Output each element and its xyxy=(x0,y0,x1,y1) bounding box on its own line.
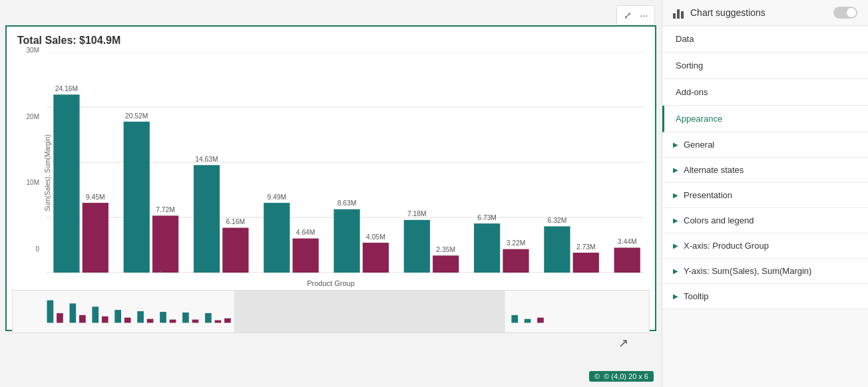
chevron-xaxis: ▶ xyxy=(673,242,678,249)
svg-rect-36 xyxy=(114,310,121,322)
svg-text:4.05M: 4.05M xyxy=(366,232,385,240)
more-options-button[interactable]: ··· xyxy=(637,9,650,22)
bar-produce-margin[interactable] xyxy=(83,203,108,273)
presentation-label: Presentation xyxy=(684,190,732,200)
svg-text:9.45M: 9.45M xyxy=(86,193,105,201)
bar-produce-sales[interactable] xyxy=(53,94,79,273)
svg-rect-39 xyxy=(147,319,154,323)
chart-container: ⤢ ··· Total Sales: $104.9M Sum(Sales), S… xyxy=(5,25,656,331)
svg-text:9.49M: 9.49M xyxy=(267,193,286,201)
svg-rect-33 xyxy=(79,315,86,323)
expand-button[interactable]: ⤢ xyxy=(621,9,634,22)
svg-text:2.73M: 2.73M xyxy=(576,242,596,250)
chevron-tooltip: ▶ xyxy=(673,293,678,300)
svg-text:6.16M: 6.16M xyxy=(226,217,246,225)
svg-rect-31 xyxy=(57,313,63,323)
cursor-indicator: ↗ xyxy=(618,336,628,350)
expandable-y-axis[interactable]: ▶ Y-axis: Sum(Sales), Sum(Margin) xyxy=(662,259,868,284)
chart-area: ⤢ ··· Total Sales: $104.9M Sum(Sales), S… xyxy=(0,0,662,387)
svg-text:2.35M: 2.35M xyxy=(436,245,455,253)
bar-chart-wrapper: Sum(Sales), Sum(Margin) 24.16M 9.45M xyxy=(7,47,655,299)
chart-suggestions-toggle[interactable] xyxy=(833,7,857,19)
svg-text:3.44M: 3.44M xyxy=(618,237,637,245)
nav-addons[interactable]: Add-ons xyxy=(662,79,868,106)
bar-deli-margin[interactable] xyxy=(222,228,248,273)
chevron-colors: ▶ xyxy=(673,217,678,224)
right-panel: Chart suggestions Data Sorting Add-ons A… xyxy=(662,0,868,387)
expandable-x-axis[interactable]: ▶ X-axis: Product Group xyxy=(662,233,868,259)
expandable-alternate-states[interactable]: ▶ Alternate states xyxy=(662,158,868,183)
chart-toolbar: ⤢ ··· xyxy=(616,5,655,25)
svg-text:6.73M: 6.73M xyxy=(477,213,497,221)
chevron-alternate: ▶ xyxy=(673,166,678,174)
svg-text:7.72M: 7.72M xyxy=(156,205,175,213)
chart-title: Total Sales: $104.9M xyxy=(7,27,655,47)
panel-header: Chart suggestions xyxy=(662,0,868,26)
bar-canned-margin[interactable] xyxy=(152,215,178,273)
mini-chart xyxy=(12,290,650,333)
bar-snacks-margin[interactable] xyxy=(363,243,389,273)
y-axis-label: Sum(Sales), Sum(Margin) xyxy=(44,134,51,211)
svg-rect-34 xyxy=(92,307,99,322)
svg-rect-44 xyxy=(205,313,212,323)
svg-rect-48 xyxy=(511,315,518,323)
svg-rect-41 xyxy=(170,320,176,323)
panel-title: Chart suggestions xyxy=(690,7,828,18)
chevron-yaxis: ▶ xyxy=(673,267,678,275)
expandable-presentation[interactable]: ▶ Presentation xyxy=(662,183,868,208)
bar-last-margin[interactable] xyxy=(614,248,640,273)
svg-rect-47 xyxy=(234,291,505,332)
copyright-icon: © xyxy=(594,372,600,380)
y-tick-10m: 10M xyxy=(7,179,39,186)
svg-text:6.32M: 6.32M xyxy=(548,216,567,224)
svg-rect-49 xyxy=(525,319,531,323)
alternate-states-label: Alternate states xyxy=(684,165,744,175)
svg-rect-30 xyxy=(47,301,54,323)
chart-icon xyxy=(673,7,685,19)
y-axis-label-text: Y-axis: Sum(Sales), Sum(Margin) xyxy=(684,266,811,276)
bar-dairy-margin[interactable] xyxy=(433,255,459,273)
y-tick-0: 0 xyxy=(7,245,39,253)
chart-svg: 24.16M 9.45M 20.52M 7.72M 14.63M 6.16M 9… xyxy=(47,52,644,273)
tooltip-label: Tooltip xyxy=(684,291,709,301)
bar-beverages-margin[interactable] xyxy=(573,253,599,273)
expandable-section: ▶ General ▶ Alternate states ▶ Presentat… xyxy=(662,132,868,309)
svg-text:4.64M: 4.64M xyxy=(296,228,316,236)
expandable-tooltip[interactable]: ▶ Tooltip xyxy=(662,284,868,309)
expandable-general[interactable]: ▶ General xyxy=(662,132,868,158)
svg-text:14.63M: 14.63M xyxy=(195,155,218,163)
svg-rect-37 xyxy=(124,318,131,323)
svg-text:24.16M: 24.16M xyxy=(55,84,78,92)
panel-nav: Data Sorting Add-ons Appearance xyxy=(662,26,868,132)
svg-rect-50 xyxy=(537,318,544,323)
nav-appearance[interactable]: Appearance xyxy=(662,106,868,132)
bar-frozen-margin[interactable] xyxy=(293,239,319,273)
bar-snacks-sales[interactable] xyxy=(333,209,359,273)
chevron-presentation: ▶ xyxy=(673,192,678,199)
svg-rect-43 xyxy=(192,320,199,323)
svg-rect-38 xyxy=(137,311,144,322)
status-bar: © © (4,0) 20 x 6 xyxy=(589,371,654,382)
svg-rect-45 xyxy=(215,321,222,323)
bar-baking-sales[interactable] xyxy=(474,223,500,273)
nav-data[interactable]: Data xyxy=(662,26,868,53)
bar-deli-sales[interactable] xyxy=(194,165,220,273)
svg-text:3.22M: 3.22M xyxy=(507,239,526,247)
bar-frozen-sales[interactable] xyxy=(264,203,290,273)
expandable-colors-legend[interactable]: ▶ Colors and legend xyxy=(662,208,868,233)
svg-rect-32 xyxy=(69,303,76,322)
nav-sorting[interactable]: Sorting xyxy=(662,53,868,79)
bar-baking-margin[interactable] xyxy=(503,249,529,273)
svg-rect-40 xyxy=(160,312,166,322)
svg-text:8.63M: 8.63M xyxy=(337,199,357,207)
chevron-general: ▶ xyxy=(673,141,678,148)
svg-rect-35 xyxy=(102,317,108,323)
svg-rect-46 xyxy=(224,319,231,323)
bar-beverages-sales[interactable] xyxy=(544,226,570,273)
general-label: General xyxy=(684,140,714,150)
svg-rect-42 xyxy=(182,313,189,323)
x-axis-label-text: X-axis: Product Group xyxy=(684,241,769,251)
y-tick-20m: 20M xyxy=(7,113,39,120)
bar-canned-sales[interactable] xyxy=(124,122,150,273)
bar-dairy-sales[interactable] xyxy=(404,220,430,273)
